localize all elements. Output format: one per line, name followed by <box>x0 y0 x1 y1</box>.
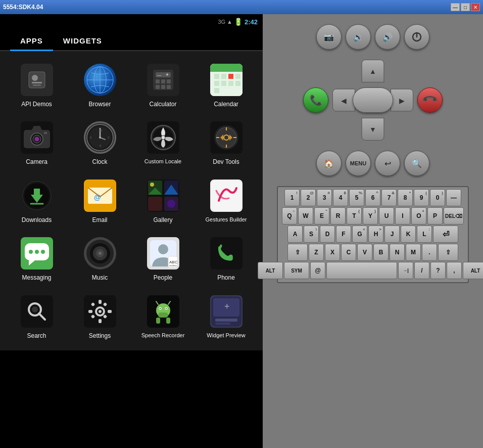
kb-key-q[interactable]: ~Q <box>282 207 297 225</box>
kb-key-8[interactable]: *8 <box>398 189 413 206</box>
kb-key-x[interactable]: X <box>325 244 340 261</box>
app-music[interactable]: Music <box>68 230 131 287</box>
kb-key-n[interactable]: N <box>390 244 405 261</box>
kb-key-shift-left[interactable]: ⇧ <box>287 244 308 261</box>
kb-key-z[interactable]: Z <box>309 244 324 261</box>
kb-key-9[interactable]: (9 <box>414 189 429 206</box>
app-calculator[interactable]: — + Calculator <box>131 56 195 114</box>
kb-key-t[interactable]: {T <box>347 207 362 225</box>
vol-up-button[interactable]: 🔊 <box>375 24 400 50</box>
kb-key-e[interactable]: "E <box>314 207 329 225</box>
app-label-downloads: Downloads <box>22 216 52 223</box>
kb-key-a[interactable]: A <box>287 226 303 243</box>
kb-key-c[interactable]: C <box>341 244 356 261</box>
vol-down-button[interactable]: 🔉 <box>346 24 371 50</box>
app-label-api-demos: API Demos <box>21 101 52 108</box>
kb-key-p[interactable]: P <box>427 207 443 225</box>
kb-key-0[interactable]: )0 <box>430 189 445 206</box>
kb-key-alt-right[interactable]: ALT <box>463 262 483 279</box>
kb-key-alt-left[interactable]: ALT <box>258 262 283 279</box>
kb-key-4[interactable]: $4 <box>333 189 348 206</box>
kb-key-r[interactable]: R <box>330 207 346 225</box>
app-browser[interactable]: Browser <box>68 56 131 114</box>
app-camera[interactable]: Camera <box>5 114 68 171</box>
close-button[interactable]: ✕ <box>471 3 480 11</box>
dpad-up-button[interactable]: ▲ <box>362 60 384 82</box>
app-people[interactable]: ABC notes People <box>131 230 195 287</box>
kb-key-6[interactable]: ^6 <box>365 189 380 206</box>
kb-key-d[interactable]: D <box>320 226 335 243</box>
kb-key-space[interactable] <box>326 262 397 279</box>
app-custom-locale[interactable]: Custom Locale <box>131 114 195 171</box>
speech-recorder-icon-el <box>146 294 181 329</box>
kb-key-g[interactable]: <G <box>352 226 367 243</box>
home-button[interactable]: 🏠 <box>316 151 342 176</box>
search-ctrl-button[interactable]: 🔍 <box>404 151 429 176</box>
dpad-down-button[interactable]: ▼ <box>362 118 384 141</box>
kb-key-5[interactable]: %5 <box>349 189 364 206</box>
kb-key-l[interactable]: :L <box>417 226 432 243</box>
kb-key-y[interactable]: }Y <box>363 207 378 225</box>
kb-key-comma[interactable]: , <box>447 262 462 279</box>
kb-key-7[interactable]: &7 <box>381 189 397 206</box>
dpad-left-button[interactable]: ◀ <box>332 89 355 112</box>
kb-key-3[interactable]: #3 <box>317 189 332 206</box>
kb-key-j[interactable]: J <box>384 226 400 243</box>
call-accept-button[interactable]: 📞 <box>303 87 328 113</box>
app-phone[interactable]: Phone <box>195 230 258 287</box>
kb-key-shift-right[interactable]: ⇧ <box>438 244 458 261</box>
kb-key-i[interactable]: I <box>395 207 410 225</box>
kb-key-sym[interactable]: SYM <box>284 262 309 279</box>
kb-key-slash[interactable]: / <box>414 262 429 279</box>
app-gallery[interactable]: Gallery <box>131 172 195 230</box>
kb-key-1[interactable]: !1 <box>284 189 300 206</box>
app-api-demos[interactable]: API Demos <box>5 56 68 114</box>
dpad-right-button[interactable]: ▶ <box>391 89 413 112</box>
kb-key-2[interactable]: @2 <box>301 189 316 206</box>
app-speech-recorder[interactable]: Speech Recorder <box>131 288 195 345</box>
back-button[interactable]: ↩ <box>375 151 400 176</box>
svg-rect-17 <box>167 85 171 89</box>
app-clock[interactable]: 12 3 6 9 Clock <box>68 114 131 171</box>
app-email[interactable]: @ Email <box>68 172 131 230</box>
kb-key-minus[interactable]: — <box>446 189 461 206</box>
kb-key-at[interactable]: @ <box>310 262 325 279</box>
kb-key-h[interactable]: >H <box>368 226 383 243</box>
app-settings[interactable]: Settings <box>68 288 131 345</box>
kb-key-enter[interactable]: ⏎ <box>433 226 458 243</box>
app-search[interactable]: Search <box>5 288 68 345</box>
kb-key-del[interactable]: DEL⌫ <box>444 207 464 225</box>
kb-key-w[interactable]: W <box>298 207 313 225</box>
camera-ctrl-button[interactable]: 📷 <box>316 24 342 50</box>
app-gestures-builder[interactable]: Gestures Builder <box>195 172 258 230</box>
call-end-button[interactable]: 📞 <box>417 87 443 113</box>
kb-key-u[interactable]: U <box>379 207 394 225</box>
app-downloads[interactable]: Downloads <box>5 172 68 230</box>
app-messaging[interactable]: Messaging <box>5 230 68 287</box>
kb-key-question[interactable]: ? <box>430 262 446 279</box>
app-dev-tools[interactable]: Dev Tools <box>195 114 258 171</box>
maximize-button[interactable]: □ <box>461 3 470 11</box>
app-label-phone: Phone <box>217 274 235 281</box>
call-end-icon: 📞 <box>421 92 439 109</box>
app-label-email: Email <box>92 216 107 223</box>
tab-apps[interactable]: APPS <box>10 29 53 50</box>
kb-key-v[interactable]: V <box>357 244 372 261</box>
menu-button[interactable]: MENU <box>346 151 371 176</box>
kb-key-m[interactable]: M <box>406 244 421 261</box>
kb-key-period[interactable]: . <box>422 244 437 261</box>
dpad-center-button[interactable] <box>353 87 393 113</box>
minimize-button[interactable]: — <box>451 3 460 11</box>
svg-point-76 <box>29 250 33 254</box>
kb-key-o[interactable]: +O <box>411 207 426 225</box>
tab-widgets[interactable]: WIDGETS <box>53 29 112 50</box>
kb-key-k[interactable]: K <box>401 226 416 243</box>
kb-key-f[interactable]: F <box>336 226 351 243</box>
power-button[interactable] <box>404 24 429 50</box>
kb-key-s[interactable]: \S <box>304 226 319 243</box>
app-widget-preview[interactable]: + Widget Preview <box>195 288 258 345</box>
svg-marker-31 <box>32 126 42 130</box>
kb-key-arrow[interactable]: →| <box>398 262 413 279</box>
app-calendar[interactable]: Calendar <box>195 56 258 114</box>
kb-key-b[interactable]: B <box>373 244 389 261</box>
